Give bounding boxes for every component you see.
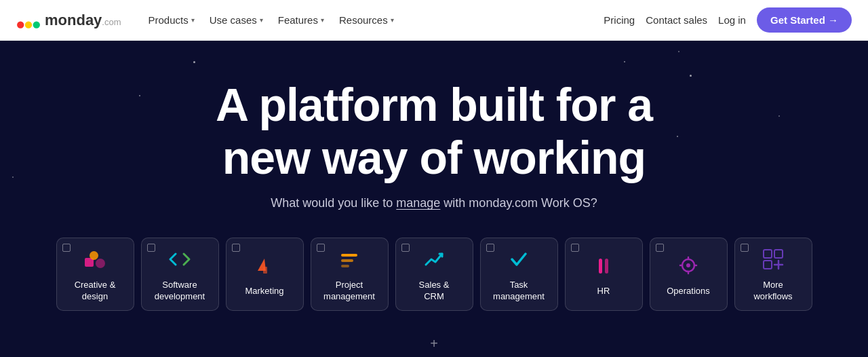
- login-link[interactable]: Log in: [718, 14, 746, 26]
- card-checkbox: [656, 244, 664, 252]
- chevron-down-icon: ▾: [260, 16, 263, 24]
- card-software-dev[interactable]: Softwaredevelopment: [141, 238, 219, 311]
- task-icon: [505, 246, 532, 273]
- nav-item-features[interactable]: Features ▾: [273, 12, 330, 29]
- card-more-workflows[interactable]: Moreworkflows: [734, 238, 812, 311]
- operations-icon: [675, 252, 702, 279]
- hero-title: A platform built for a new way of workin…: [216, 78, 652, 184]
- card-hr[interactable]: HR: [565, 238, 643, 311]
- card-task-mgmt[interactable]: Taskmanagement: [480, 238, 558, 311]
- card-checkbox: [401, 244, 410, 252]
- svg-point-2: [33, 21, 40, 28]
- svg-rect-9: [341, 259, 353, 262]
- nav-item-use-cases[interactable]: Use cases ▾: [204, 12, 269, 29]
- svg-rect-21: [764, 261, 772, 269]
- svg-rect-8: [341, 254, 357, 257]
- card-sales-crm[interactable]: Sales &CRM: [395, 238, 473, 311]
- project-icon: [336, 246, 363, 273]
- category-cards: Creative &design Softwaredevelopment: [56, 238, 812, 311]
- svg-rect-20: [774, 250, 783, 258]
- svg-rect-4: [90, 251, 98, 260]
- marketing-icon: [251, 252, 278, 279]
- hr-icon: [590, 252, 617, 279]
- chevron-down-icon: ▾: [321, 16, 324, 24]
- svg-rect-11: [599, 259, 602, 274]
- plus-icon: +: [430, 336, 438, 352]
- svg-rect-7: [263, 267, 267, 274]
- logo-text: monday.com: [45, 12, 121, 29]
- card-label: Projectmanagement: [323, 280, 375, 303]
- nav-item-resources[interactable]: Resources ▾: [334, 12, 399, 29]
- svg-point-0: [17, 21, 24, 28]
- chevron-down-icon: ▾: [391, 16, 394, 24]
- pricing-link[interactable]: Pricing: [604, 14, 635, 26]
- card-checkbox: [486, 244, 494, 252]
- card-checkbox: [62, 244, 71, 252]
- svg-point-1: [25, 21, 32, 28]
- card-label: Marketing: [245, 286, 283, 297]
- card-creative-design[interactable]: Creative &design: [56, 238, 134, 311]
- card-project-mgmt[interactable]: Projectmanagement: [311, 238, 389, 311]
- hero-subtitle: What would you like to manage with monda…: [271, 196, 597, 210]
- card-label: Taskmanagement: [493, 280, 545, 303]
- card-checkbox: [232, 244, 240, 252]
- card-checkbox: [571, 244, 579, 252]
- card-marketing[interactable]: Marketing: [226, 238, 304, 311]
- card-checkbox: [147, 244, 155, 252]
- card-label: Softwaredevelopment: [155, 280, 205, 303]
- svg-rect-12: [605, 259, 608, 274]
- logo-com: .com: [102, 17, 121, 27]
- card-operations[interactable]: Operations: [650, 238, 728, 311]
- card-label: HR: [597, 286, 610, 297]
- card-label: Creative &design: [75, 280, 116, 303]
- card-checkbox: [317, 244, 325, 252]
- nav-item-products[interactable]: Products ▾: [143, 12, 200, 29]
- card-checkbox: [741, 244, 749, 252]
- navbar: monday.com Products ▾ Use cases ▾ Featur…: [0, 0, 868, 41]
- logo[interactable]: monday.com: [16, 11, 121, 30]
- chevron-down-icon: ▾: [191, 16, 195, 24]
- hero-section: A platform built for a new way of workin…: [0, 41, 868, 357]
- card-label: Moreworkflows: [753, 280, 792, 303]
- svg-point-5: [96, 259, 105, 268]
- card-label: Sales &CRM: [419, 280, 450, 303]
- card-label: Operations: [667, 286, 710, 297]
- svg-point-14: [686, 263, 690, 267]
- nav-links: Products ▾ Use cases ▾ Features ▾ Resour…: [143, 12, 399, 29]
- nav-right: Pricing Contact sales Log in Get Started…: [604, 7, 852, 33]
- get-started-button[interactable]: Get Started →: [757, 7, 852, 33]
- sales-icon: [420, 246, 448, 273]
- code-icon: [166, 246, 193, 273]
- creative-icon: [81, 246, 108, 273]
- contact-sales-link[interactable]: Contact sales: [646, 14, 707, 26]
- more-icon: [760, 246, 787, 273]
- svg-rect-10: [341, 265, 349, 267]
- svg-rect-19: [764, 250, 772, 258]
